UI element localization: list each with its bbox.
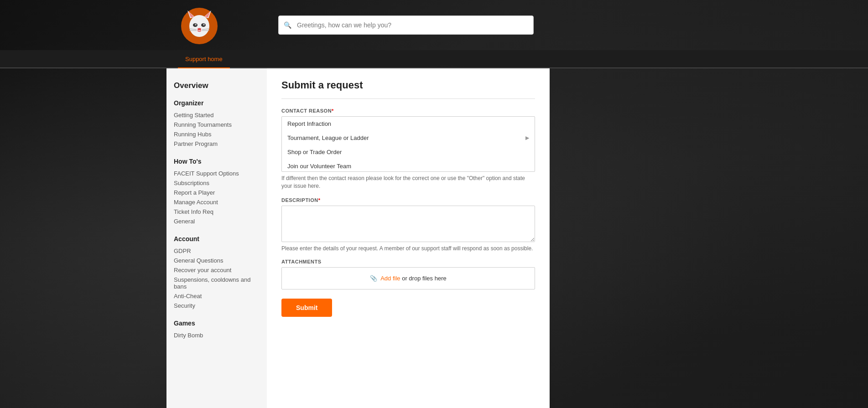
svg-point-10 (198, 28, 201, 31)
search-bar-wrapper (278, 15, 534, 35)
sidebar-link-partner-program[interactable]: Partner Program (174, 139, 260, 149)
dropdown-arrow-tournament: ▶ (525, 135, 529, 141)
main-content: Submit a request CONTACT REASON* Report … (267, 68, 550, 408)
attachments-label: ATTACHMENTS (281, 259, 535, 264)
dropdown-option-report-infraction[interactable]: Report Infraction (282, 117, 535, 131)
sidebar-link-report-player[interactable]: Report a Player (174, 188, 260, 197)
main-layout: Overview Organizer Getting Started Runni… (0, 68, 868, 408)
svg-point-9 (203, 24, 205, 26)
sidebar-link-gdpr[interactable]: GDPR (174, 246, 260, 256)
dropdown-option-volunteer[interactable]: Join our Volunteer Team (282, 159, 535, 171)
description-textarea[interactable] (281, 206, 535, 242)
sidebar-link-general-questions[interactable]: General Questions (174, 256, 260, 265)
search-input[interactable] (278, 15, 534, 35)
sidebar-link-running-tournaments[interactable]: Running Tournaments (174, 120, 260, 129)
drop-files-text: or drop files here (402, 275, 447, 282)
sidebar-link-faceit-support[interactable]: FACEIT Support Options (174, 169, 260, 178)
sidebar-link-getting-started[interactable]: Getting Started (174, 110, 260, 120)
sidebar-link-manage-account[interactable]: Manage Account (174, 197, 260, 207)
sidebar-link-running-hubs[interactable]: Running Hubs (174, 129, 260, 139)
paperclip-icon: 📎 (370, 275, 377, 282)
contact-reason-hint: If different then the contact reason ple… (281, 175, 535, 190)
sidebar: Overview Organizer Getting Started Runni… (166, 68, 267, 408)
logo-area (165, 2, 234, 48)
nav-item-support-home[interactable]: Support home (178, 50, 230, 68)
page-title: Submit a request (281, 79, 535, 91)
description-hint: Please enter the details of your request… (281, 245, 535, 252)
contact-reason-label: CONTACT REASON* (281, 108, 535, 114)
description-label: DESCRIPTION* (281, 197, 535, 203)
sidebar-link-security[interactable]: Security (174, 301, 260, 310)
form-divider (281, 98, 535, 99)
account-category: Account (174, 235, 260, 243)
sidebar-link-ticket-info-req[interactable]: Ticket Info Req (174, 207, 260, 217)
search-input-wrapper (278, 15, 534, 35)
logo-mascot (177, 2, 222, 48)
sidebar-link-recover-account[interactable]: Recover your account (174, 265, 260, 275)
sidebar-link-subscriptions[interactable]: Subscriptions (174, 178, 260, 188)
games-category: Games (174, 320, 260, 327)
add-file-link[interactable]: Add file (380, 275, 400, 282)
submit-button[interactable]: Submit (281, 299, 332, 317)
svg-point-1 (189, 15, 209, 37)
howtos-category: How To's (174, 158, 260, 165)
sidebar-link-dirty-bomb[interactable]: Dirty Bomb (174, 331, 260, 340)
sidebar-link-general[interactable]: General (174, 217, 260, 226)
svg-point-8 (195, 24, 197, 26)
dropdown-option-tournament[interactable]: Tournament, League or Ladder ▶ (282, 131, 535, 145)
dropdown-list-inner: Report Infraction Tournament, League or … (282, 117, 535, 171)
nav-bar: Support home (0, 50, 868, 68)
contact-reason-dropdown[interactable]: Report Infraction Tournament, League or … (281, 116, 535, 172)
dropdown-option-shop[interactable]: Shop or Trade Order (282, 145, 535, 159)
overview-title: Overview (174, 81, 260, 90)
organizer-category: Organizer (174, 99, 260, 107)
attachments-box[interactable]: 📎 Add file or drop files here (281, 267, 535, 289)
sidebar-link-suspensions[interactable]: Suspensions, cooldowns and bans (174, 275, 260, 291)
sidebar-link-anti-cheat[interactable]: Anti-Cheat (174, 291, 260, 301)
